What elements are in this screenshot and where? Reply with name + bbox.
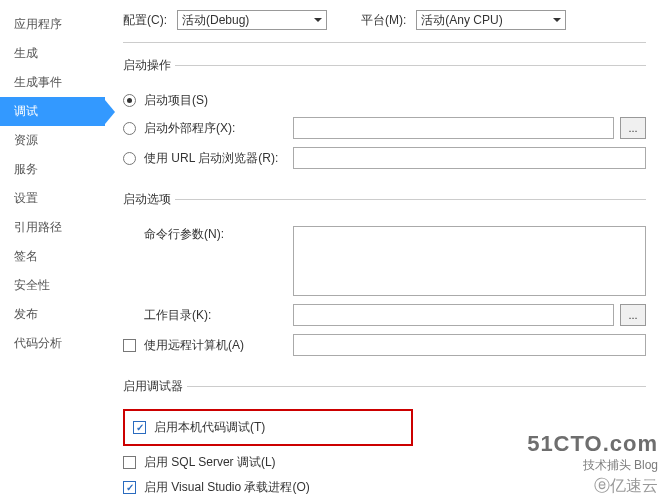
start-url-label: 使用 URL 启动浏览器(R):	[144, 150, 278, 167]
external-program-input[interactable]	[293, 117, 614, 139]
sidebar-item-code-analysis[interactable]: 代码分析	[0, 329, 105, 358]
args-input[interactable]	[293, 226, 646, 296]
config-row: 配置(C): 活动(Debug) 平台(M): 活动(Any CPU)	[123, 10, 646, 43]
watermark-line3: ⓔ亿速云	[527, 476, 658, 497]
watermark: 51CTO.com 技术捕头 Blog ⓔ亿速云	[527, 431, 658, 497]
platform-label: 平台(M):	[361, 12, 406, 29]
workdir-label: 工作目录(K):	[144, 307, 211, 324]
vshost-label: 启用 Visual Studio 承载进程(O)	[144, 479, 310, 496]
sidebar-item-build[interactable]: 生成	[0, 39, 105, 68]
chevron-down-icon	[553, 18, 561, 22]
start-url-radio[interactable]	[123, 152, 136, 165]
start-external-label: 启动外部程序(X):	[144, 120, 235, 137]
sidebar-item-settings[interactable]: 设置	[0, 184, 105, 213]
start-project-radio[interactable]	[123, 94, 136, 107]
platform-select[interactable]: 活动(Any CPU)	[416, 10, 566, 30]
remote-input[interactable]	[293, 334, 646, 356]
sidebar-item-services[interactable]: 服务	[0, 155, 105, 184]
sidebar-item-resources[interactable]: 资源	[0, 126, 105, 155]
remote-checkbox[interactable]	[123, 339, 136, 352]
chevron-down-icon	[314, 18, 322, 22]
start-action-group: 启动操作 启动项目(S) 启动外部程序(X): ... 使用 URL 启动浏览器…	[123, 57, 646, 177]
sidebar-item-app[interactable]: 应用程序	[0, 10, 105, 39]
config-label: 配置(C):	[123, 12, 167, 29]
debuggers-legend: 启用调试器	[123, 378, 187, 395]
sidebar-item-refpaths[interactable]: 引用路径	[0, 213, 105, 242]
watermark-line2: 技术捕头 Blog	[527, 457, 658, 474]
watermark-line1: 51CTO.com	[527, 431, 658, 457]
start-options-group: 启动选项 命令行参数(N): 工作目录(K): ... 使用远程计算机(A)	[123, 191, 646, 364]
args-label: 命令行参数(N):	[144, 226, 224, 243]
workdir-input[interactable]	[293, 304, 614, 326]
sidebar-item-debug[interactable]: 调试	[0, 97, 105, 126]
main-panel: 配置(C): 活动(Debug) 平台(M): 活动(Any CPU) 启动操作…	[105, 0, 666, 503]
browse-workdir-button[interactable]: ...	[620, 304, 646, 326]
start-project-label: 启动项目(S)	[144, 92, 208, 109]
start-options-legend: 启动选项	[123, 191, 175, 208]
sql-label: 启用 SQL Server 调试(L)	[144, 454, 276, 471]
sidebar-item-security[interactable]: 安全性	[0, 271, 105, 300]
config-select[interactable]: 活动(Debug)	[177, 10, 327, 30]
start-action-legend: 启动操作	[123, 57, 175, 74]
highlight-box: 启用本机代码调试(T)	[123, 409, 413, 446]
vshost-checkbox[interactable]	[123, 481, 136, 494]
sidebar-item-signing[interactable]: 签名	[0, 242, 105, 271]
sidebar: 应用程序 生成 生成事件 调试 资源 服务 设置 引用路径 签名 安全性 发布 …	[0, 0, 105, 503]
remote-label: 使用远程计算机(A)	[144, 337, 244, 354]
native-label: 启用本机代码调试(T)	[154, 419, 265, 436]
browse-external-button[interactable]: ...	[620, 117, 646, 139]
sql-checkbox[interactable]	[123, 456, 136, 469]
native-checkbox[interactable]	[133, 421, 146, 434]
start-external-radio[interactable]	[123, 122, 136, 135]
url-input[interactable]	[293, 147, 646, 169]
sidebar-item-build-events[interactable]: 生成事件	[0, 68, 105, 97]
sidebar-item-publish[interactable]: 发布	[0, 300, 105, 329]
